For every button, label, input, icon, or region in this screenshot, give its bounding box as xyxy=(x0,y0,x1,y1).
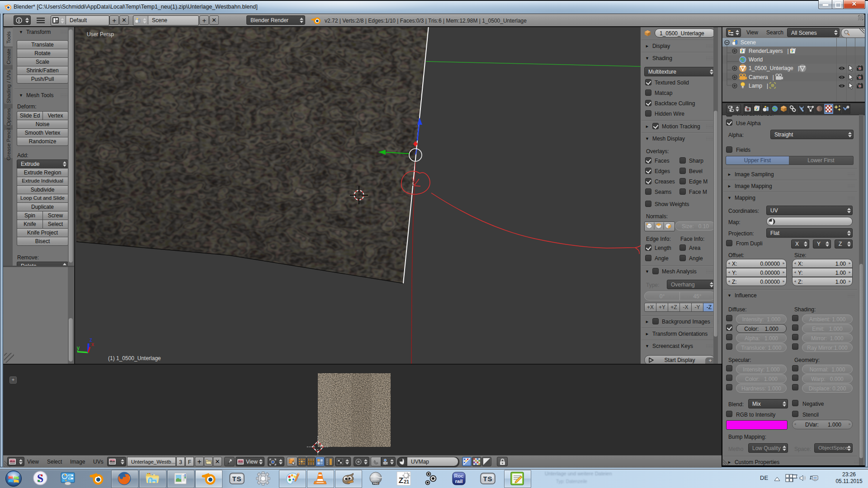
svg-text:21: 21 xyxy=(404,479,409,484)
svg-text:TS: TS xyxy=(483,475,492,483)
svg-text:PRO: PRO xyxy=(373,482,379,485)
svg-text:2: 2 xyxy=(411,180,415,187)
svg-text:rail: rail xyxy=(455,479,463,484)
svg-text:Roc: Roc xyxy=(454,473,464,479)
svg-text:Z: Z xyxy=(399,476,403,485)
svg-text:x: x xyxy=(91,341,94,347)
svg-text:y: y xyxy=(77,345,80,351)
svg-text:S: S xyxy=(37,472,43,485)
svg-text:TS: TS xyxy=(232,475,241,483)
